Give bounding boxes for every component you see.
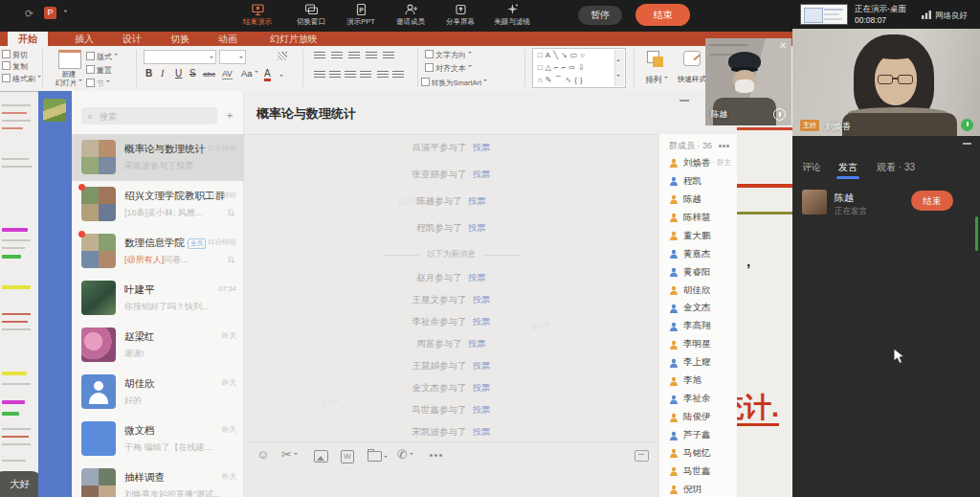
video-tile-liuhuanxiang[interactable]: 主持 刘焕香 [792,29,980,136]
line-spacing-icon[interactable] [383,52,394,60]
arrange-button[interactable]: 排列 [639,48,674,89]
share-screen-button[interactable]: 分享屏幕 [433,3,488,27]
tab-home[interactable]: 开始 [8,32,48,46]
more-button[interactable] [430,454,433,457]
chat-list-item[interactable]: 微文档 于梅 编辑了【在线建... 昨天 [72,416,244,463]
add-chat-button[interactable]: ＋ [224,107,235,124]
reset-button[interactable]: 重置 [86,65,112,76]
vote-link[interactable]: 投票 [473,382,491,393]
vote-link[interactable]: 投票 [473,426,491,437]
member-row[interactable]: 金文杰 [659,300,738,318]
member-row[interactable]: 李上耀 [659,353,738,372]
end-speaking-button[interactable]: 结束 [911,191,953,211]
folder-button[interactable] [368,451,388,463]
numbering-icon[interactable] [331,52,343,60]
member-row[interactable]: 刘焕香 · 群主 [659,154,738,172]
justify-icon[interactable] [360,71,371,79]
present-ppt-button[interactable]: P 演示PPT [333,3,389,27]
member-row[interactable]: 马铭忆 [659,444,738,463]
vote-link[interactable]: 投票 [473,294,491,305]
quick-style-button[interactable]: 快速样式 [676,48,708,89]
bullets-icon[interactable] [314,52,325,60]
strike-button[interactable]: S [189,68,196,79]
member-row[interactable]: 陆俊伊 [659,408,738,426]
shapes-scroll[interactable] [614,50,624,86]
vote-link[interactable]: 投票 [468,272,486,282]
chat-list-item[interactable]: 概率论与数理统计 宋凯波参与了投票 11分钟前 [72,134,244,181]
member-row[interactable]: 芦子鑫 [659,426,738,444]
align-center-icon[interactable] [329,71,341,79]
font-name-select[interactable] [144,50,216,64]
member-row[interactable]: 李明星 [659,335,738,353]
shadow-button[interactable]: abc [203,70,215,79]
char-spacing-button[interactable]: AV [222,69,233,79]
chat-history-button[interactable] [635,450,649,462]
close-icon[interactable]: ✕ [779,40,787,51]
member-row[interactable]: 黄嘉杰 [659,245,738,263]
member-row[interactable]: 李高翔 [659,317,738,335]
pause-button[interactable]: 暂停 [578,6,622,25]
table-align-icon[interactable] [392,71,404,79]
member-row[interactable]: 马世鑫 [659,463,738,481]
switch-window-button[interactable]: 切换窗口 [283,3,339,27]
members-more-button[interactable] [719,145,722,147]
chat-list-item[interactable]: 抽样调查 刘焕香发起的直播“测试... 昨天 [72,463,244,497]
mic-icon[interactable] [773,108,786,121]
vote-link[interactable]: 投票 [473,360,491,371]
chat-list-item[interactable]: 叶建平 你报销好了吗？快到... 07:54 [72,275,244,322]
end-presentation-button[interactable]: 结束演示 [230,3,285,27]
vote-link[interactable]: 投票 [473,316,491,327]
tab-insert[interactable]: 插入 [75,32,94,46]
member-row[interactable]: 倪玥 [659,481,738,497]
end-button[interactable]: 结束 [635,4,690,26]
refresh-icon[interactable]: ⟳ [25,8,33,20]
tab-design[interactable]: 设计 [122,32,142,46]
vote-link[interactable]: 投票 [468,222,486,233]
tab-watching[interactable]: 观看 · 33 [877,161,915,174]
chat-list-item[interactable]: 数理信息学院全员 [@所有人]问卷... 11分钟前 [72,228,244,275]
cut-button[interactable]: 剪切 [2,50,28,60]
text-direction-button[interactable]: 文字方向 [425,50,472,60]
shapes-gallery[interactable]: □A╲↘▭○ □△⌐⌐⇨⇩ ⌂✎⌒∿{} [532,48,626,88]
screenshot-button[interactable]: ✂ [281,448,298,461]
new-slide-button[interactable]: 新建 幻灯片 [48,48,90,89]
format-painter-button[interactable]: 格式刷 [2,74,41,84]
font-color-button[interactable]: A [264,68,271,81]
italic-button[interactable]: I [161,68,164,79]
underline-button[interactable]: U [175,68,182,79]
call-button[interactable]: ✆ [397,448,413,461]
vote-link[interactable]: 投票 [473,404,491,415]
mic-active-icon[interactable] [961,119,973,131]
columns-icon[interactable] [377,71,389,79]
image-button[interactable] [314,450,328,463]
chat-list-item[interactable]: 赵梁红 谢谢! 昨天 [72,322,244,369]
align-right-icon[interactable] [345,71,356,79]
invite-member-button[interactable]: 邀请成员 [383,3,438,27]
beauty-filter-button[interactable]: 美颜与滤镜 [484,3,540,27]
bold-button[interactable]: B [145,68,152,79]
vote-link[interactable]: 投票 [468,338,486,349]
minimize-button[interactable] [679,100,689,102]
align-text-button[interactable]: 对齐文本 [425,63,472,74]
chat-list-item[interactable]: 绍兴文理学院教职工群 [16条]吴小林: 风雅... 11分钟前 [72,181,244,228]
profile-avatar[interactable] [43,99,66,122]
tab-speaking[interactable]: 发言 [838,161,858,174]
member-row[interactable]: 李祉余 [659,390,738,408]
chat-list-item[interactable]: 胡佳欣 好的 昨天 [72,369,244,416]
search-input[interactable]: ⌕ 搜索 [81,107,217,124]
clear-format-icon[interactable] [278,52,287,60]
tab-transitions[interactable]: 切换 [170,32,189,46]
tab-slideshow[interactable]: 幻灯片放映 [270,32,318,46]
section-button[interactable]: 节 [86,79,110,89]
font-size-select[interactable] [219,50,246,64]
indent-increase-icon[interactable] [366,52,377,60]
smartart-button[interactable]: 转换为SmartArt [421,78,487,88]
member-row[interactable]: 李旭 [659,372,738,390]
ppt-app-icon[interactable]: P [44,7,56,19]
member-row[interactable]: 程凯 [659,172,738,191]
copy-button[interactable]: 复制 [2,61,28,72]
member-row[interactable]: 陈梓慧 [659,209,738,227]
member-row[interactable]: 黄睿阳 [659,263,738,282]
member-row[interactable]: 陈越 [659,191,738,209]
align-left-icon[interactable] [314,71,325,79]
